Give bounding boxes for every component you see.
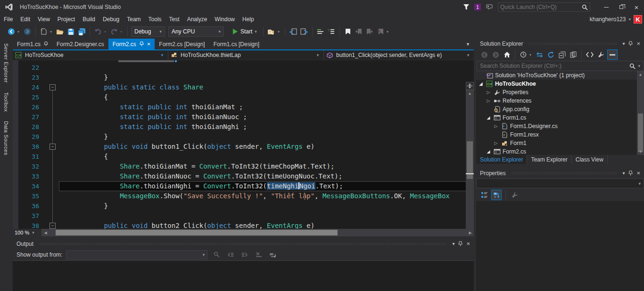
minimize-button[interactable]	[599, 1, 614, 13]
code-line-current[interactable]: Share.thoiGianNghi = Convert.ToInt32(tim…	[59, 181, 474, 191]
forward-button[interactable]	[490, 49, 501, 60]
code-text[interactable]: } public static class Share { static pub…	[59, 60, 474, 229]
restore-button[interactable]	[614, 1, 629, 13]
find-message-button[interactable]	[211, 250, 222, 259]
code-line[interactable]: }	[59, 201, 474, 211]
code-line[interactable]: MessageBox.Show("Save Succesfully !", "T…	[59, 191, 474, 201]
notification-count-badge[interactable]: 1	[474, 4, 481, 10]
scroll-down-icon[interactable]: ▼	[637, 148, 644, 155]
tool-tab-toolbox[interactable]: Toolbox	[3, 88, 9, 116]
signed-in-user[interactable]: khanghero123	[590, 16, 626, 23]
window-position-dropdown-icon[interactable]: ▾	[452, 241, 454, 246]
tool-tab-class-view[interactable]: Class View	[572, 155, 608, 164]
clear-all-button[interactable]	[254, 250, 264, 259]
close-panel-icon[interactable]: ×	[636, 170, 640, 177]
solution-configuration-combo[interactable]: Debug▾	[131, 26, 165, 37]
tree-item-solution-hotrosuckhoe-1-project[interactable]: Solution 'HoTroSucKhoe' (1 project)	[476, 71, 644, 80]
split-editor-handle[interactable]	[466, 82, 474, 90]
code-line[interactable]	[59, 63, 474, 73]
redo-dropdown-icon[interactable]: ▾	[120, 30, 124, 34]
collapse-region-box[interactable]: −	[50, 84, 56, 90]
save-all-button[interactable]	[77, 26, 86, 37]
code-line[interactable]: Share.thoiGianMat = Convert.ToInt32(time…	[59, 162, 474, 171]
scroll-up-icon[interactable]: ▲	[637, 71, 644, 78]
close-panel-icon[interactable]: ×	[636, 40, 640, 47]
search-icon[interactable]	[582, 4, 588, 10]
previous-message-button[interactable]	[225, 250, 236, 259]
search-options-dropdown-icon[interactable]: ▾	[638, 64, 640, 68]
document-tab-form2-designer-cs[interactable]: Form2.Designer.cs	[52, 39, 108, 49]
menu-team[interactable]: Team	[123, 14, 144, 24]
expand-icon[interactable]: ▷	[493, 141, 499, 146]
expand-icon[interactable]: ▷	[486, 98, 491, 103]
navigate-forward-button[interactable]	[23, 26, 32, 37]
code-line[interactable]: }	[59, 132, 474, 142]
solution-platform-combo[interactable]: Any CPU▾	[168, 26, 224, 37]
next-bookmark-button[interactable]	[365, 26, 374, 37]
user-dropdown-icon[interactable]: ▾	[628, 17, 631, 22]
find-in-files-button[interactable]	[267, 26, 276, 37]
quick-launch-input[interactable]	[500, 4, 582, 10]
menu-tools[interactable]: Tools	[145, 14, 165, 24]
user-avatar[interactable]: K	[634, 15, 642, 24]
properties-button[interactable]	[596, 49, 606, 60]
tab-list-dropdown-icon[interactable]: ▼	[466, 42, 470, 47]
member-dropdown[interactable]: button1_Click(object sender, EventArgs e…	[324, 50, 474, 60]
close-tab-icon[interactable]: ×	[147, 40, 151, 48]
decrease-indent-button[interactable]	[289, 26, 298, 37]
preview-selected-items-toggle[interactable]	[607, 49, 618, 60]
pin-icon[interactable]	[458, 241, 462, 247]
close-button[interactable]: ×	[629, 1, 644, 13]
properties-object-combo[interactable]: ▾	[476, 178, 644, 188]
alphabetical-sort-button[interactable]: AZ	[491, 190, 502, 200]
document-tab-form2-cs-design-[interactable]: Form2.cs [Design]	[155, 39, 209, 49]
menu-file[interactable]: File	[0, 14, 17, 24]
code-line[interactable]: Share.thoiGianNuoc = Convert.ToInt32(tim…	[59, 171, 474, 181]
categorized-button[interactable]	[479, 190, 489, 200]
expand-icon[interactable]: ▷	[486, 90, 491, 95]
expand-icon[interactable]: ▷	[493, 124, 499, 129]
navigate-backward-dropdown-icon[interactable]: ▾	[17, 30, 21, 34]
type-dropdown-icon[interactable]: ▾	[314, 50, 322, 60]
code-editor[interactable]: 2223242526272829303132333435363738 −−− }…	[13, 60, 474, 229]
collapse-icon[interactable]: ◢	[478, 81, 484, 86]
redo-button[interactable]	[109, 26, 119, 37]
code-line[interactable]: }	[59, 73, 474, 82]
scroll-right-icon[interactable]: ▶	[467, 229, 474, 236]
show-all-files-button[interactable]	[568, 49, 578, 60]
tree-item-form2-cs[interactable]: ◢Form2.cs	[476, 147, 644, 155]
show-output-from-combo[interactable]: ▾	[66, 250, 207, 259]
solution-explorer-search-input[interactable]	[480, 63, 629, 69]
output-content[interactable]	[13, 260, 474, 291]
undo-dropdown-icon[interactable]: ▾	[104, 30, 108, 34]
scroll-up-icon[interactable]: ▲	[466, 90, 474, 97]
clear-bookmarks-button[interactable]	[376, 26, 385, 37]
increase-indent-button[interactable]	[299, 26, 309, 37]
menu-project[interactable]: Project	[54, 14, 79, 24]
tree-item-references[interactable]: ▷References	[476, 97, 644, 105]
save-button[interactable]	[66, 26, 75, 37]
sync-with-active-document-button[interactable]	[534, 49, 545, 60]
tree-item-form1-designer-cs[interactable]: ▷Form1.Designer.cs	[476, 122, 644, 130]
back-button[interactable]	[479, 49, 489, 60]
project-dropdown-icon[interactable]: ▾	[158, 50, 166, 60]
tool-tab-server-explorer[interactable]: Server Explorer	[3, 39, 9, 88]
editor-zoom-combo[interactable]: 100 %▾	[13, 229, 42, 236]
collapse-region-box[interactable]: −	[50, 223, 56, 229]
code-line[interactable]: static public int thoiGianNuoc ;	[59, 112, 474, 122]
navigate-backward-button[interactable]	[7, 26, 16, 37]
pin-icon[interactable]	[628, 41, 633, 47]
collapse-region-box[interactable]: −	[50, 144, 56, 150]
property-pages-button[interactable]	[510, 190, 520, 200]
menu-build[interactable]: Build	[79, 14, 99, 24]
solution-explorer-tree[interactable]: Solution 'HoTroSucKhoe' (1 project)◢C#Ho…	[476, 71, 644, 155]
uncomment-selection-button[interactable]: ?	[327, 26, 336, 37]
outlining-margin[interactable]: −−−	[47, 60, 59, 229]
menu-test[interactable]: Test	[165, 14, 183, 24]
editor-horizontal-scrollbar[interactable]	[49, 229, 467, 236]
document-tab-form2-cs[interactable]: Form2.cs×	[108, 39, 155, 49]
code-line[interactable]: public void button1_Click(object sender,…	[59, 142, 474, 152]
scroll-left-icon[interactable]: ◀	[42, 229, 49, 236]
properties-content[interactable]	[476, 201, 644, 291]
menu-analyze[interactable]: Analyze	[183, 14, 211, 24]
